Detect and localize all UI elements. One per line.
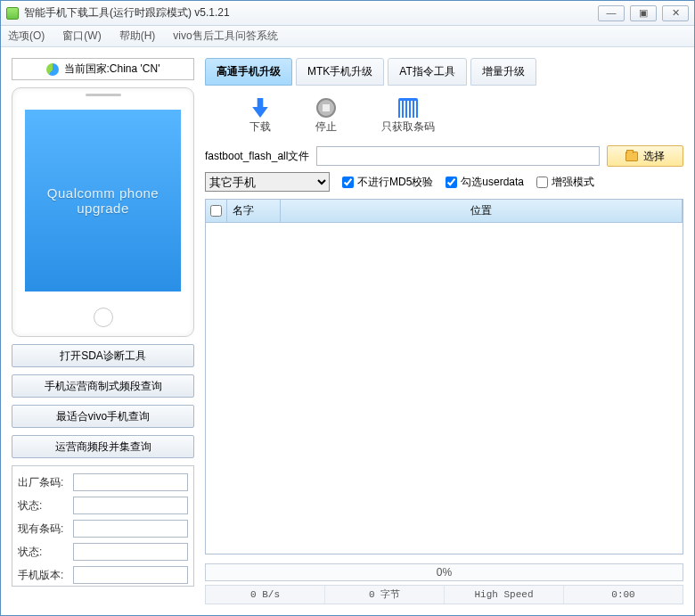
app-window: 智能手机下载工具(运行时跟踪模式) v5.1.21 — ▣ ✕ 选项(O) 窗口… bbox=[0, 0, 695, 616]
tab-qualcomm[interactable]: 高通手机升级 bbox=[205, 58, 292, 86]
status1-input[interactable] bbox=[73, 497, 188, 514]
action-barcode[interactable]: 只获取条码 bbox=[381, 98, 435, 135]
stop-icon bbox=[316, 98, 336, 118]
factory-barcode-input[interactable] bbox=[73, 473, 188, 491]
file-label: fastboot_flash_all文件 bbox=[205, 149, 309, 164]
file-row: fastboot_flash_all文件 选择 bbox=[205, 145, 683, 167]
menu-vivo[interactable]: vivo售后工具问答系统 bbox=[173, 29, 277, 44]
status-time: 0:00 bbox=[564, 586, 683, 604]
content: 当前国家:China 'CN' Qualcomm phone upgrade 打… bbox=[1, 47, 694, 615]
menu-window[interactable]: 窗口(W) bbox=[62, 29, 101, 44]
status2-label: 状态: bbox=[18, 545, 70, 560]
status-speed: 0 B/s bbox=[206, 586, 325, 604]
download-icon bbox=[250, 98, 270, 118]
menu-options[interactable]: 选项(O) bbox=[8, 29, 45, 44]
phone-screen-text: Qualcomm phone upgrade bbox=[25, 110, 182, 292]
barcode-fields: 出厂条码: 状态: 现有条码: 状态: 手机版本: bbox=[12, 465, 194, 587]
phone-type-select[interactable]: 其它手机 bbox=[205, 172, 330, 192]
close-button[interactable]: ✕ bbox=[662, 5, 689, 21]
country-label: 当前国家:China 'CN' bbox=[64, 62, 160, 77]
no-md5-option[interactable]: 不进行MD5校验 bbox=[342, 175, 433, 190]
col-name[interactable]: 名字 bbox=[227, 200, 281, 222]
folder-icon bbox=[626, 152, 638, 161]
sidebar: 当前国家:China 'CN' Qualcomm phone upgrade 打… bbox=[12, 58, 194, 604]
table-header: 名字 位置 bbox=[206, 200, 683, 223]
file-table: 名字 位置 bbox=[205, 199, 683, 554]
phone-ver-label: 手机版本: bbox=[18, 568, 70, 583]
app-icon bbox=[6, 7, 19, 20]
select-all-checkbox[interactable] bbox=[210, 205, 222, 217]
action-row: 下载 停止 只获取条码 bbox=[205, 94, 683, 145]
titlebar: 智能手机下载工具(运行时跟踪模式) v5.1.21 — ▣ ✕ bbox=[1, 1, 694, 26]
barcode-label: 只获取条码 bbox=[381, 119, 435, 135]
phone-ver-input[interactable] bbox=[73, 566, 188, 584]
options-row: 其它手机 不进行MD5校验 勾选userdata 增强模式 bbox=[205, 172, 683, 192]
barcode-icon bbox=[398, 98, 418, 118]
userdata-option[interactable]: 勾选userdata bbox=[446, 175, 524, 190]
main-panel: 高通手机升级 MTK手机升级 AT指令工具 增量升级 下载 停止 只获取条码 bbox=[205, 58, 683, 604]
tab-at[interactable]: AT指令工具 bbox=[388, 58, 466, 86]
carrier-band-button[interactable]: 手机运营商制式频段查询 bbox=[12, 374, 194, 398]
current-barcode-label: 现有条码: bbox=[18, 522, 70, 537]
tab-mtk[interactable]: MTK手机升级 bbox=[296, 58, 384, 86]
maximize-button[interactable]: ▣ bbox=[630, 5, 657, 21]
sda-diagnostic-button[interactable]: 打开SDA诊断工具 bbox=[12, 344, 194, 367]
enhanced-checkbox[interactable] bbox=[536, 177, 548, 188]
file-path-input[interactable] bbox=[316, 146, 600, 166]
tabs: 高通手机升级 MTK手机升级 AT指令工具 增量升级 bbox=[205, 58, 683, 86]
globe-icon bbox=[46, 63, 59, 76]
progress-bar: 0% bbox=[205, 563, 683, 581]
minimize-button[interactable]: — bbox=[598, 5, 625, 21]
status-mode: High Speed bbox=[445, 586, 564, 604]
choose-file-button[interactable]: 选择 bbox=[607, 145, 683, 167]
choose-label: 选择 bbox=[643, 149, 665, 164]
window-buttons: — ▣ ✕ bbox=[598, 5, 689, 21]
band-collect-button[interactable]: 运营商频段并集查询 bbox=[12, 435, 194, 458]
no-md5-checkbox[interactable] bbox=[342, 177, 354, 188]
status-bytes: 0 字节 bbox=[325, 586, 445, 604]
download-label: 下载 bbox=[249, 119, 271, 135]
enhanced-option[interactable]: 增强模式 bbox=[536, 175, 594, 190]
action-download[interactable]: 下载 bbox=[249, 98, 271, 135]
status2-input[interactable] bbox=[73, 543, 188, 561]
status-bar: 0 B/s 0 字节 High Speed 0:00 bbox=[205, 585, 683, 604]
country-box: 当前国家:China 'CN' bbox=[12, 58, 194, 80]
menubar: 选项(O) 窗口(W) 帮助(H) vivo售后工具问答系统 bbox=[1, 26, 694, 47]
table-body bbox=[206, 223, 683, 554]
current-barcode-input[interactable] bbox=[73, 520, 188, 538]
userdata-checkbox[interactable] bbox=[446, 177, 457, 188]
phone-mockup: Qualcomm phone upgrade bbox=[12, 87, 194, 337]
window-title: 智能手机下载工具(运行时跟踪模式) v5.1.21 bbox=[24, 5, 598, 21]
status1-label: 状态: bbox=[18, 498, 70, 513]
factory-barcode-label: 出厂条码: bbox=[18, 475, 70, 490]
menu-help[interactable]: 帮助(H) bbox=[119, 29, 156, 44]
stop-label: 停止 bbox=[315, 119, 337, 135]
vivo-search-button[interactable]: 最适合vivo手机查询 bbox=[12, 405, 194, 428]
action-stop[interactable]: 停止 bbox=[315, 98, 337, 135]
col-location[interactable]: 位置 bbox=[281, 200, 683, 222]
col-checkbox[interactable] bbox=[206, 200, 227, 222]
tab-incremental[interactable]: 增量升级 bbox=[470, 58, 536, 86]
